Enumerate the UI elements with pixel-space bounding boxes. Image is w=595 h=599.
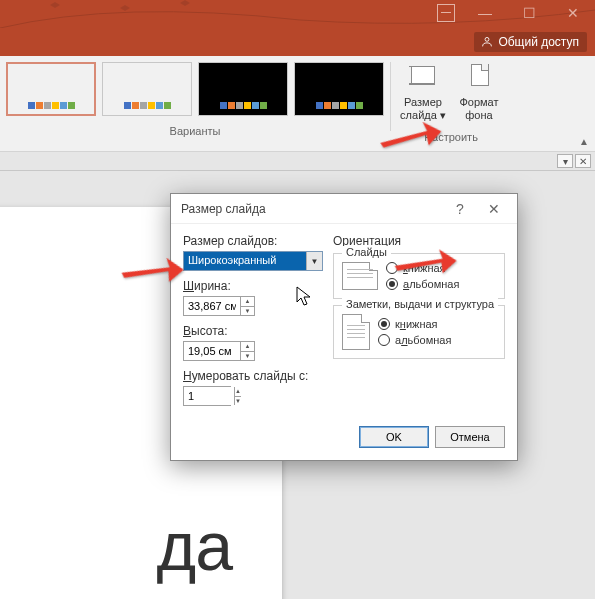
format-bg-label: Формат фона — [459, 96, 498, 121]
number-from-label: Нумеровать слайды с: — [183, 369, 323, 383]
ok-button[interactable]: OK — [359, 426, 429, 448]
spin-down-icon[interactable]: ▼ — [241, 352, 254, 361]
configure-group-label: Настроить — [397, 131, 505, 143]
format-bg-icon — [463, 64, 495, 92]
share-label: Общий доступ — [498, 35, 579, 49]
slides-size-label: Размер слайдов: — [183, 234, 323, 248]
app-titlebar: — ☐ ✕ — [0, 0, 595, 28]
variants-group-label: Варианты — [6, 125, 384, 137]
pane-dropdown-icon[interactable]: ▾ — [557, 154, 573, 168]
chevron-down-icon[interactable]: ▼ — [306, 252, 322, 270]
pane-header: ▾ ✕ — [0, 152, 595, 171]
spin-down-icon[interactable]: ▼ — [235, 397, 241, 406]
width-input[interactable] — [184, 297, 240, 315]
share-button[interactable]: Общий доступ — [474, 32, 587, 52]
variants-group: Варианты — [0, 56, 390, 151]
ribbon-display-options-icon[interactable] — [437, 4, 455, 22]
slide-title-text: да — [0, 507, 232, 585]
page-landscape-icon — [342, 262, 378, 290]
svg-point-0 — [485, 37, 489, 41]
variant-thumb[interactable] — [102, 62, 192, 116]
slides-portrait-radio[interactable]: книжная — [386, 262, 459, 274]
notes-orientation-group: Заметки, выдачи и структура книжная альб… — [333, 305, 505, 359]
sharebar: Общий доступ — [0, 28, 595, 56]
page-portrait-icon — [342, 314, 370, 350]
number-from-spinner[interactable]: ▲▼ — [183, 386, 231, 406]
slide-size-button[interactable]: Размер слайда ▾ — [397, 62, 449, 122]
spin-up-icon[interactable]: ▲ — [235, 387, 241, 397]
width-label: Ширина: — [183, 279, 323, 293]
close-button[interactable]: ✕ — [551, 0, 595, 26]
dialog-titlebar[interactable]: Размер слайда ? ✕ — [171, 194, 517, 224]
chevron-down-icon: ▾ — [440, 109, 446, 121]
spin-up-icon[interactable]: ▲ — [241, 297, 254, 307]
number-from-input[interactable] — [184, 387, 234, 405]
slides-size-select[interactable]: Широкоэкранный ▼ — [183, 251, 323, 271]
cancel-button[interactable]: Отмена — [435, 426, 505, 448]
spin-down-icon[interactable]: ▼ — [241, 307, 254, 316]
slide-size-icon — [407, 64, 439, 92]
variant-thumb[interactable] — [294, 62, 384, 116]
share-icon — [480, 35, 494, 49]
notes-portrait-radio[interactable]: книжная — [378, 318, 451, 330]
maximize-button[interactable]: ☐ — [507, 0, 551, 26]
dialog-close-icon[interactable]: ✕ — [477, 197, 511, 221]
notes-group-title: Заметки, выдачи и структура — [342, 298, 498, 310]
width-spinner[interactable]: ▲▼ — [183, 296, 255, 316]
slide-size-dialog: Размер слайда ? ✕ Размер слайдов: Широко… — [170, 193, 518, 461]
slides-size-value: Широкоэкранный — [184, 252, 306, 270]
variant-thumb[interactable] — [198, 62, 288, 116]
height-input[interactable] — [184, 342, 240, 360]
variant-thumb[interactable] — [6, 62, 96, 116]
minimize-button[interactable]: — — [463, 0, 507, 26]
spin-up-icon[interactable]: ▲ — [241, 342, 254, 352]
slides-group-title: Слайды — [342, 246, 391, 258]
ribbon: Варианты Размер слайда ▾ Формат фона Нас… — [0, 56, 595, 152]
dialog-help-icon[interactable]: ? — [443, 197, 477, 221]
dialog-title: Размер слайда — [181, 202, 443, 216]
height-label: Высота: — [183, 324, 323, 338]
configure-group: Размер слайда ▾ Формат фона Настроить — [391, 56, 511, 151]
slides-orientation-group: Слайды книжная альбомная — [333, 253, 505, 299]
notes-landscape-radio[interactable]: альбомная — [378, 334, 451, 346]
height-spinner[interactable]: ▲▼ — [183, 341, 255, 361]
collapse-ribbon-icon[interactable]: ▲ — [579, 136, 589, 147]
slides-landscape-radio[interactable]: альбомная — [386, 278, 459, 290]
format-background-button[interactable]: Формат фона — [453, 62, 505, 122]
slide-size-label: Размер слайда — [400, 96, 442, 121]
pane-close-icon[interactable]: ✕ — [575, 154, 591, 168]
